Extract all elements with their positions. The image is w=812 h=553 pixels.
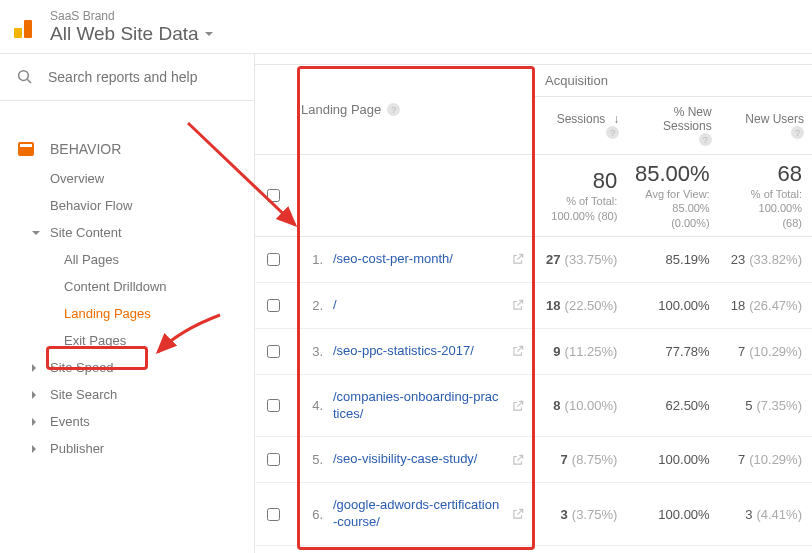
search-icon xyxy=(16,68,34,86)
row-index: 2. xyxy=(301,298,323,313)
table-row: 4./companies-onboarding-practices/8(10.0… xyxy=(255,375,812,438)
nav-item-content-drilldown[interactable]: Content Drilldown xyxy=(0,273,254,300)
open-external-icon[interactable] xyxy=(511,252,525,266)
table-row: 1./seo-cost-per-month/27(33.75%)85.19%23… xyxy=(255,237,812,283)
chevron-right-icon xyxy=(32,445,36,453)
row-checkbox[interactable] xyxy=(267,253,280,266)
column-sessions[interactable]: Sessions↓? xyxy=(535,97,627,154)
open-external-icon[interactable] xyxy=(511,298,525,312)
chevron-right-icon xyxy=(32,418,36,426)
chevron-down-icon xyxy=(205,32,213,36)
column-landing-page[interactable]: Landing Page? xyxy=(291,65,535,154)
help-icon[interactable]: ? xyxy=(387,103,400,116)
nav-item-events[interactable]: Events xyxy=(0,408,254,435)
table-row: 7./advantages-value-base-pricing/2(2.50%… xyxy=(255,546,812,553)
row-index: 6. xyxy=(301,507,323,522)
row-checkbox[interactable] xyxy=(267,399,280,412)
row-index: 5. xyxy=(301,452,323,467)
nav-item-exit-pages[interactable]: Exit Pages xyxy=(0,327,254,354)
nav-item-landing-pages[interactable]: Landing Pages xyxy=(0,300,254,327)
open-external-icon[interactable] xyxy=(511,399,525,413)
nav-item-site-content[interactable]: Site Content xyxy=(0,219,254,246)
ga-logo xyxy=(14,16,36,38)
column--new-sessions[interactable]: % NewSessions? xyxy=(627,97,719,154)
sort-arrow-icon: ↓ xyxy=(613,112,619,126)
nav-item-behavior-flow[interactable]: Behavior Flow xyxy=(0,192,254,219)
table-row: 6./google-adwords-certification-course/3… xyxy=(255,483,812,546)
open-external-icon[interactable] xyxy=(511,344,525,358)
nav-item-all-pages[interactable]: All Pages xyxy=(0,246,254,273)
behavior-icon xyxy=(18,142,34,156)
open-external-icon[interactable] xyxy=(511,453,525,467)
chevron-down-icon xyxy=(32,231,40,235)
svg-point-0 xyxy=(19,71,29,81)
landing-page-link[interactable]: /seo-ppc-statistics-2017/ xyxy=(329,337,505,366)
nav-section-behavior[interactable]: BEHAVIOR xyxy=(0,133,254,165)
summary-cell: 85.00%Avg for View:85.00%(0.00%) xyxy=(627,155,719,236)
table-row: 5./seo-visibility-case-study/7(8.75%)100… xyxy=(255,437,812,483)
column-group-acquisition: Acquisition xyxy=(535,65,812,97)
nav-item-site-search[interactable]: Site Search xyxy=(0,381,254,408)
landing-page-link[interactable]: /google-adwords-certification-course/ xyxy=(329,491,505,537)
help-icon[interactable]: ? xyxy=(699,133,712,146)
column-new-users[interactable]: New Users? xyxy=(720,97,812,154)
nav-item-overview[interactable]: Overview xyxy=(0,165,254,192)
chevron-right-icon xyxy=(32,391,36,399)
chevron-right-icon xyxy=(32,364,36,372)
row-checkbox[interactable] xyxy=(267,453,280,466)
landing-page-link[interactable]: /seo-cost-per-month/ xyxy=(329,245,505,274)
table-row: 3./seo-ppc-statistics-2017/9(11.25%)77.7… xyxy=(255,329,812,375)
help-icon[interactable]: ? xyxy=(791,126,804,139)
svg-line-1 xyxy=(27,79,31,83)
account-name: SaaS Brand xyxy=(50,9,213,23)
landing-page-link[interactable]: /companies-onboarding-practices/ xyxy=(329,383,505,429)
table-row: 2./18(22.50%)100.00%18(26.47%) xyxy=(255,283,812,329)
select-all-checkbox[interactable] xyxy=(267,189,280,202)
nav-item-site-speed[interactable]: Site Speed xyxy=(0,354,254,381)
landing-page-link[interactable]: / xyxy=(329,291,505,320)
property-selector[interactable]: SaaS Brand All Web Site Data xyxy=(50,9,213,45)
row-index: 3. xyxy=(301,344,323,359)
view-name: All Web Site Data xyxy=(50,23,199,45)
summary-cell: 68% of Total:100.00%(68) xyxy=(720,155,812,236)
row-checkbox[interactable] xyxy=(267,345,280,358)
row-index: 1. xyxy=(301,252,323,267)
landing-page-link[interactable]: /seo-visibility-case-study/ xyxy=(329,445,505,474)
summary-cell: 80% of Total:100.00% (80) xyxy=(535,155,627,236)
row-index: 4. xyxy=(301,398,323,413)
nav-item-publisher[interactable]: Publisher xyxy=(0,435,254,462)
search-input[interactable] xyxy=(48,69,218,85)
open-external-icon[interactable] xyxy=(511,507,525,521)
help-icon[interactable]: ? xyxy=(606,126,619,139)
row-checkbox[interactable] xyxy=(267,299,280,312)
row-checkbox[interactable] xyxy=(267,508,280,521)
